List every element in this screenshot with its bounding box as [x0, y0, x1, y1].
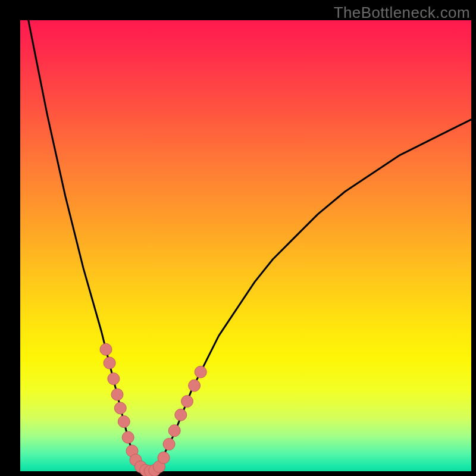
curve-sample-dot	[189, 380, 201, 392]
bottleneck-curve	[20, 0, 471, 471]
curve-sample-dot	[108, 373, 120, 385]
curve-sample-dot	[195, 366, 206, 378]
curve-sample-dot	[181, 396, 193, 408]
curve-sample-dot	[100, 343, 112, 355]
chart-stage: TheBottleneck.com	[0, 0, 476, 476]
curve-sample-dot	[114, 402, 126, 414]
curve-sample-dots	[100, 343, 206, 476]
chart-overlay	[0, 0, 476, 476]
curve-sample-dot	[111, 389, 123, 400]
curve-sample-dot	[168, 425, 180, 437]
curve-sample-dot	[158, 452, 170, 464]
bottleneck-curve-path	[20, 0, 471, 471]
curve-sample-dot	[122, 431, 134, 443]
curve-sample-dot	[118, 416, 130, 428]
curve-sample-dot	[163, 439, 175, 450]
curve-sample-dot	[104, 357, 115, 369]
curve-sample-dot	[175, 409, 187, 421]
